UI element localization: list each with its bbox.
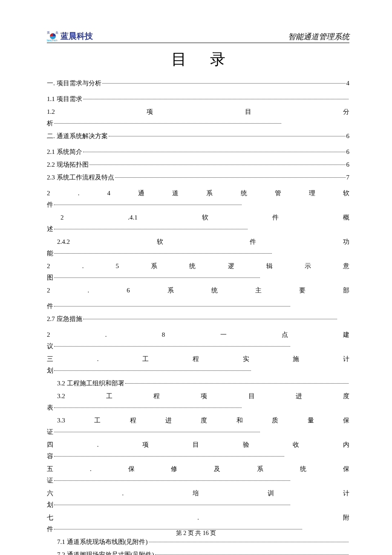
toc-entry: 3.2工程项目进度 表: [47, 390, 349, 413]
toc-entry: 2.4.1软件概 述: [47, 212, 349, 235]
toc-entry: 五.保修及系统保 证: [47, 463, 349, 486]
toc-entry: 7.2 通道闸现场安放尺寸图(见附件): [47, 549, 349, 555]
logo-pinyin: lanchen: [47, 39, 58, 42]
toc-entry: 2.1 系统简介 6: [47, 146, 349, 158]
toc-entry: 3.3工程进度和质量保 证: [47, 415, 349, 438]
toc-entry: 2.4.2软件功 能: [47, 236, 349, 259]
page-title: 目录: [47, 49, 349, 70]
toc-entry: 二. 通道系统解决方案 6: [47, 130, 349, 142]
svg-text:美: 美: [55, 31, 58, 35]
toc-entry: 2.2 现场拓扑图 6: [47, 159, 349, 171]
svg-text:英: 英: [47, 31, 50, 35]
page-footer: 第 2 页 共 16 页: [0, 529, 392, 537]
toc-entry: 四.项目验收内 容: [47, 439, 349, 462]
page-header: 英 美 lanchen 蓝晨科技 智能通道管理系统: [47, 30, 349, 43]
toc-entry: 三.工程实施计 划: [47, 353, 349, 376]
document-title: 智能通道管理系统: [288, 32, 349, 42]
toc-entry: 2.3 系统工作流程及特点 7: [47, 172, 349, 183]
toc-entry: 1.1 项目需求: [47, 93, 349, 105]
logo-block: 英 美 lanchen 蓝晨科技: [47, 30, 93, 42]
toc-entry: 1.2 项 目 分 析: [47, 106, 349, 129]
toc-entry: 3.2 工程施工组织和部署: [47, 378, 349, 389]
toc-entry: 2.5系统逻辑示意 图: [47, 260, 349, 283]
toc-entry: 7.1 通道系统现场布线图(见附件): [47, 536, 349, 548]
toc-entry: 2.8一点建 议: [47, 329, 349, 352]
toc-entry: 2.7 应急措施: [47, 313, 349, 325]
company-logo-icon: 英 美 lanchen: [47, 30, 59, 42]
toc-entry: 2.4通道系统管理软 件: [47, 188, 349, 211]
table-of-contents: 一. 项目需求与分析 4 1.1 项目需求 1.2 项 目 分 析 二. 通道系…: [47, 78, 349, 555]
toc-entry: 六.培训计 划: [47, 488, 349, 511]
company-name: 蓝晨科技: [61, 31, 93, 42]
toc-entry: 一. 项目需求与分析 4: [47, 78, 349, 89]
toc-entry: 2.6系统主要部 件: [47, 285, 349, 312]
